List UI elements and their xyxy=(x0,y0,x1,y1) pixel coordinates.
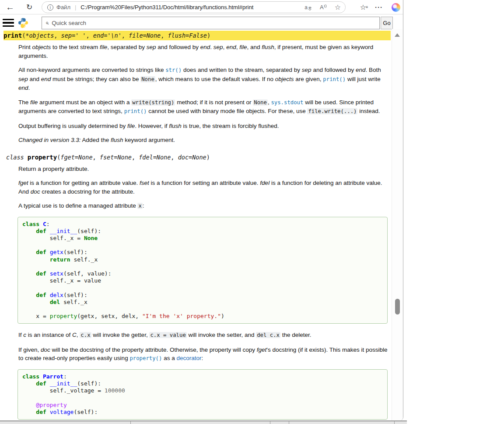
text-run: is a function for setting an attribute v… xyxy=(149,180,260,186)
menu-icon[interactable] xyxy=(3,19,14,27)
text-run: fset xyxy=(140,180,149,186)
file-scheme-label: Файл xyxy=(56,4,70,11)
paragraph: Return a property attribute. xyxy=(18,165,388,173)
text-run: instead. xyxy=(357,108,380,114)
text-run: class xyxy=(6,154,28,161)
text-run: The xyxy=(18,99,30,106)
text-run: end xyxy=(356,67,366,73)
text-run: objects xyxy=(32,44,51,50)
text-run: . However, if xyxy=(135,123,169,129)
text-run: . xyxy=(210,44,214,50)
favorites-hub-icon[interactable]: ☆ ≡ xyxy=(360,3,366,11)
text-run: flush xyxy=(169,123,182,129)
text-run: is an instance of xyxy=(26,332,72,338)
url-text[interactable]: C:/Program%20Files/Python311/Doc/html/li… xyxy=(80,4,300,11)
text-run: , separated by xyxy=(107,44,146,50)
translate-icon[interactable]: a xyxy=(304,4,312,11)
text-run: end xyxy=(41,76,51,82)
text-run: will invoke the setter, and xyxy=(187,332,256,338)
doc-content: print(*objects, sep=' ', end='\n', file=… xyxy=(0,31,391,420)
text-run: file xyxy=(100,44,107,50)
text-run: c xyxy=(23,332,26,338)
text-run: and followed by xyxy=(156,44,200,50)
text-run: Added the xyxy=(81,137,111,143)
text-run: argument must be an object with a xyxy=(38,99,131,106)
settings-menu-icon[interactable]: ··· xyxy=(375,4,383,11)
text-run: print xyxy=(4,32,22,39)
text-run: , xyxy=(132,154,139,161)
paragraph: All non-keyword arguments are converted … xyxy=(18,66,388,92)
text-run: objects xyxy=(275,76,294,82)
text-run: sep xyxy=(147,44,156,50)
text-run: file xyxy=(127,123,135,129)
screen: ← ↻ i Файл | C:/Program%20Files/Python31… xyxy=(0,0,504,424)
text-run: , xyxy=(223,44,227,50)
text-run: , and xyxy=(247,44,262,50)
text-run: must be strings; they can also be xyxy=(51,76,140,82)
text-run: write(string) xyxy=(131,99,175,106)
add-favorite-star-icon[interactable]: ☆ xyxy=(335,3,341,11)
code-text: class Parrot: def __init__(self): self._… xyxy=(22,373,383,416)
text-run: sep xyxy=(214,44,223,50)
bottom-strip xyxy=(0,420,407,424)
text-run: *objects xyxy=(25,32,54,39)
link[interactable]: property() xyxy=(130,355,162,361)
text-run: fget=None xyxy=(60,154,92,161)
read-aloud-icon[interactable]: A xyxy=(320,4,327,11)
scrollbar[interactable] xyxy=(392,29,402,420)
text-run: flush xyxy=(111,137,123,143)
paragraph: fget is a function for getting an attrib… xyxy=(18,179,388,196)
text-run: doc=None xyxy=(178,154,206,161)
back-button[interactable]: ← xyxy=(4,1,17,13)
page-content: ⌕ Go print(*objects, sep=' ', end='\n', … xyxy=(0,14,403,420)
text-run: c.x xyxy=(80,332,91,338)
text-run: keyword argument. xyxy=(123,137,175,143)
text-run: A typical use is to define a managed att… xyxy=(18,202,137,209)
toolbar-right-icons: ☆ ≡ ··· xyxy=(360,1,400,13)
text-run: , xyxy=(93,154,100,161)
text-run: end='\n' xyxy=(93,32,122,39)
info-icon[interactable]: i xyxy=(47,4,53,11)
text-run: fdel xyxy=(260,180,270,186)
text-run: and followed by xyxy=(312,67,356,73)
text-run: will invoke the getter, xyxy=(91,332,150,338)
text-run: , xyxy=(54,32,61,39)
go-button[interactable]: Go xyxy=(381,17,393,29)
scroll-thumb[interactable] xyxy=(395,299,400,314)
text-run: end xyxy=(200,44,210,50)
text-run: creates a docstring for the attribute. xyxy=(40,188,135,195)
text-run: sep xyxy=(302,67,312,73)
scroll-up-icon[interactable] xyxy=(395,33,400,37)
paragraph: Output buffering is usually determined b… xyxy=(18,122,388,131)
text-run: C xyxy=(72,332,77,338)
search-input[interactable] xyxy=(52,20,376,26)
text-run: flush=False xyxy=(168,32,206,39)
text-run: fdel=None xyxy=(139,154,171,161)
code-example-class-c: class C: def __init__(self): self._x = N… xyxy=(18,217,388,324)
text-run: . Both xyxy=(365,67,381,73)
text-run: Return a property attribute. xyxy=(18,166,89,172)
text-run: is a function for getting an attribute v… xyxy=(28,180,140,186)
text-run: to the text stream xyxy=(51,44,100,50)
text-run: are given, xyxy=(294,76,323,82)
text-run: file xyxy=(239,44,247,50)
link[interactable]: print() xyxy=(323,76,346,82)
address-bar-icons: a A ☆ xyxy=(304,3,341,11)
link[interactable]: sys.stdout xyxy=(271,99,303,106)
reload-button[interactable]: ↻ xyxy=(23,1,36,13)
quick-search-box[interactable]: ⌕ xyxy=(42,17,380,29)
address-bar[interactable]: i Файл | C:/Program%20Files/Python311/Do… xyxy=(42,1,346,13)
text-run: file=None xyxy=(129,32,161,39)
text-run: fget xyxy=(18,180,28,186)
link[interactable]: print() xyxy=(124,108,147,114)
link[interactable]: decorator xyxy=(176,355,201,361)
text-run: file xyxy=(30,99,38,106)
link[interactable]: str() xyxy=(165,67,182,73)
print-signature: print(*objects, sep=' ', end='\n', file=… xyxy=(4,31,391,40)
text-run: doc xyxy=(41,346,50,353)
text-run: , xyxy=(171,154,178,161)
text-run: If xyxy=(18,332,23,338)
paragraph: If given, doc will be the docstring of t… xyxy=(18,346,388,363)
text-run: and xyxy=(28,76,41,82)
copilot-icon[interactable] xyxy=(392,3,400,12)
